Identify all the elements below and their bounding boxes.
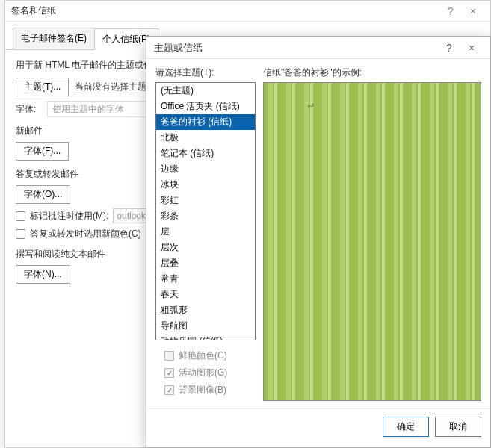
list-item[interactable]: 笔记本 (信纸) <box>156 146 255 161</box>
list-item[interactable]: 导航图 <box>156 318 255 334</box>
preview-caret-icon: ↵ <box>307 101 315 111</box>
bg-checkbox <box>164 385 174 395</box>
theme-listbox[interactable]: (无主题)Office 活页夹 (信纸)爸爸的衬衫 (信纸)北极笔记本 (信纸)… <box>155 82 256 340</box>
list-item[interactable]: 层次 <box>156 240 255 255</box>
vivid-label: 鲜艳颜色(C) <box>179 349 227 362</box>
list-item[interactable]: 彩条 <box>156 208 255 224</box>
active-label: 活动图形(G) <box>179 367 227 379</box>
cancel-button[interactable]: 取消 <box>435 417 481 437</box>
newcolor-checkbox[interactable] <box>16 229 25 239</box>
list-item[interactable]: 动物乐园 (信纸) <box>156 334 255 340</box>
list-item[interactable]: 春天 <box>156 287 255 302</box>
list-item[interactable]: 层叠 <box>156 255 255 271</box>
theme-footer: 确定 取消 <box>146 408 490 447</box>
theme-left: 请选择主题(T): (无主题)Office 活页夹 (信纸)爸爸的衬衫 (信纸)… <box>155 66 256 401</box>
mark-label: 标记批注时使用(M): <box>30 210 108 223</box>
checkbox-group: 鲜艳颜色(C) 活动图形(G) 背景图像(B) <box>155 340 256 401</box>
theme-body: 请选择主题(T): (无主题)Office 活页夹 (信纸)爸爸的衬衫 (信纸)… <box>146 59 490 408</box>
list-item[interactable]: 层 <box>156 224 255 240</box>
font-label: 字体: <box>16 103 41 116</box>
close-icon[interactable]: × <box>462 5 484 17</box>
pick-label: 请选择主题(T): <box>155 66 256 79</box>
bg-label: 背景图像(B) <box>179 384 226 396</box>
list-item[interactable]: 爸爸的衬衫 (信纸) <box>156 114 255 130</box>
font-select <box>47 101 152 117</box>
list-item[interactable]: 边缘 <box>156 161 255 177</box>
theme-dialog: 主题或信纸 ? × 请选择主题(T): (无主题)Office 活页夹 (信纸)… <box>146 36 491 448</box>
list-item[interactable]: 冰块 <box>156 177 255 193</box>
help-icon[interactable]: ? <box>439 5 462 17</box>
mark-checkbox[interactable] <box>16 211 25 221</box>
parent-title: 签名和信纸 <box>11 4 439 17</box>
preview-label: 信纸"爸爸的衬衫"的示例: <box>263 66 481 79</box>
list-item[interactable]: 常青 <box>156 271 255 287</box>
active-checkbox <box>164 368 174 378</box>
list-item[interactable]: (无主题) <box>156 83 255 99</box>
list-item[interactable]: 彩虹 <box>156 193 255 208</box>
font-f-button[interactable]: 字体(F)... <box>16 142 69 161</box>
tab-email-signature[interactable]: 电子邮件签名(E) <box>13 28 95 49</box>
mark-input[interactable] <box>113 208 150 223</box>
list-item[interactable]: 粗弧形 <box>156 302 255 318</box>
theme-button[interactable]: 主题(T)... <box>16 78 69 96</box>
theme-right: 信纸"爸爸的衬衫"的示例: ↵ <box>263 66 481 401</box>
no-theme-text: 当前没有选择主题 <box>75 81 146 93</box>
theme-title: 主题或信纸 <box>154 41 438 55</box>
help-icon[interactable]: ? <box>438 42 460 54</box>
close-icon[interactable]: × <box>460 42 483 54</box>
vivid-checkbox <box>164 351 174 361</box>
list-item[interactable]: 北极 <box>156 130 255 146</box>
stripes-pattern <box>264 83 481 400</box>
font-o-button[interactable]: 字体(O)... <box>16 185 70 204</box>
theme-titlebar: 主题或信纸 ? × <box>146 37 490 59</box>
newcolor-label: 答复或转发时选用新颜色(C) <box>30 228 141 240</box>
parent-titlebar: 签名和信纸 ? × <box>5 1 490 22</box>
list-item[interactable]: Office 活页夹 (信纸) <box>156 99 255 114</box>
font-n-button[interactable]: 字体(N)... <box>16 265 70 284</box>
preview-pane: ↵ <box>263 82 481 401</box>
ok-button[interactable]: 确定 <box>383 417 429 437</box>
